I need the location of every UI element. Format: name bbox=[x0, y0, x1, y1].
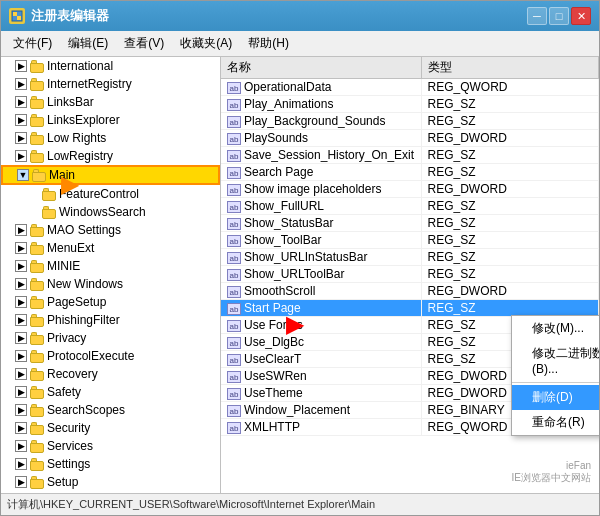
registry-value-icon: ab bbox=[227, 405, 241, 417]
tree-expand-btn[interactable]: ▶ bbox=[15, 260, 27, 272]
context-menu-item-1[interactable]: 修改二进制数据(B)... bbox=[512, 341, 599, 380]
tree-expand-btn[interactable]: ▶ bbox=[15, 458, 27, 470]
tree-expand-btn[interactable]: ▶ bbox=[15, 60, 27, 72]
context-menu[interactable]: 修改(M)...修改二进制数据(B)...删除(D)重命名(R) bbox=[511, 315, 599, 436]
tree-item[interactable]: ▶SearchScopes bbox=[1, 401, 220, 419]
tree-item[interactable]: ▶International bbox=[1, 57, 220, 75]
tree-item[interactable]: ▶MenuExt bbox=[1, 239, 220, 257]
reg-name-cell: abPlay_Animations bbox=[221, 96, 421, 113]
table-row[interactable]: abShow_URLToolBarREG_SZ bbox=[221, 266, 599, 283]
reg-name-cell: abShow_StatusBar bbox=[221, 215, 421, 232]
reg-type-cell: REG_DWORD bbox=[421, 181, 599, 198]
folder-icon bbox=[29, 476, 45, 489]
tree-item[interactable]: ▶Security bbox=[1, 419, 220, 437]
menu-item-v[interactable]: 查看(V) bbox=[116, 33, 172, 54]
tree-item[interactable]: ▶InternetRegistry bbox=[1, 75, 220, 93]
table-row[interactable]: abPlay_AnimationsREG_SZ bbox=[221, 96, 599, 113]
tree-item[interactable]: ▼Main bbox=[1, 165, 220, 185]
context-menu-item-3[interactable]: 重命名(R) bbox=[512, 410, 599, 435]
tree-item[interactable]: ▶LinksBar bbox=[1, 93, 220, 111]
table-row[interactable]: abShow image placeholdersREG_DWORD bbox=[221, 181, 599, 198]
watermark: ieFan IE浏览器中文网站 bbox=[512, 460, 591, 485]
folder-icon bbox=[31, 169, 47, 182]
left-panel[interactable]: ▶International▶InternetRegistry▶LinksBar… bbox=[1, 57, 221, 493]
tree-expand-btn[interactable]: ▶ bbox=[15, 150, 27, 162]
tree-item[interactable]: ▶MAO Settings bbox=[1, 221, 220, 239]
registry-value-icon: ab bbox=[227, 337, 241, 349]
reg-name-cell: abUse Forms bbox=[221, 317, 421, 334]
svg-rect-2 bbox=[17, 16, 21, 20]
tree-item[interactable]: ▶LowRegistry bbox=[1, 147, 220, 165]
tree-expand-btn[interactable]: ▶ bbox=[15, 422, 27, 434]
tree-item[interactable]: ▶Settings bbox=[1, 455, 220, 473]
table-row[interactable]: abPlay_Background_SoundsREG_SZ bbox=[221, 113, 599, 130]
reg-name-cell: abUse_DlgBc bbox=[221, 334, 421, 351]
right-panel[interactable]: 名称 类型 abOperationalDataREG_QWORDabPlay_A… bbox=[221, 57, 599, 493]
tree-expand-btn[interactable]: ▶ bbox=[15, 78, 27, 90]
table-row[interactable]: abStart PageREG_SZ bbox=[221, 300, 599, 317]
table-row[interactable]: abShow_StatusBarREG_SZ bbox=[221, 215, 599, 232]
tree-item[interactable]: ▶MINIE bbox=[1, 257, 220, 275]
tree-item[interactable]: ▶ProtocolExecute bbox=[1, 347, 220, 365]
tree-expand-btn[interactable]: ▶ bbox=[15, 296, 27, 308]
tree-item[interactable]: FeatureControl bbox=[1, 185, 220, 203]
tree-item[interactable]: WindowsSearch bbox=[1, 203, 220, 221]
reg-type-cell: REG_QWORD bbox=[421, 79, 599, 96]
tree-item[interactable]: ▶Low Rights bbox=[1, 129, 220, 147]
tree-expand-btn[interactable]: ▶ bbox=[15, 368, 27, 380]
tree-item[interactable]: ▶Recovery bbox=[1, 365, 220, 383]
registry-value-icon: ab bbox=[227, 269, 241, 281]
minimize-button[interactable]: ─ bbox=[527, 7, 547, 25]
table-row[interactable]: abShow_ToolBarREG_SZ bbox=[221, 232, 599, 249]
tree-expand-btn[interactable]: ▶ bbox=[15, 440, 27, 452]
table-row[interactable]: abSmoothScrollREG_DWORD bbox=[221, 283, 599, 300]
tree-label: ProtocolExecute bbox=[47, 349, 134, 363]
tree-expand-btn[interactable]: ▶ bbox=[15, 350, 27, 362]
tree-item[interactable]: ▶Setup bbox=[1, 473, 220, 491]
tree-item[interactable]: ▶PageSetup bbox=[1, 293, 220, 311]
reg-name-cell: abSmoothScroll bbox=[221, 283, 421, 300]
tree-label: Settings bbox=[47, 457, 90, 471]
table-row[interactable]: abOperationalDataREG_QWORD bbox=[221, 79, 599, 96]
table-row[interactable]: abShow_URLInStatusBarREG_SZ bbox=[221, 249, 599, 266]
tree-expand-btn[interactable]: ▶ bbox=[15, 386, 27, 398]
table-row[interactable]: abSearch PageREG_SZ bbox=[221, 164, 599, 181]
tree-item[interactable]: ▶LinksExplorer bbox=[1, 111, 220, 129]
tree-expand-btn[interactable]: ▶ bbox=[15, 132, 27, 144]
tree-item[interactable]: ▶Safety bbox=[1, 383, 220, 401]
tree-item[interactable]: ▶PhishingFilter bbox=[1, 311, 220, 329]
tree-item[interactable]: ▶Services bbox=[1, 437, 220, 455]
folder-icon bbox=[41, 188, 57, 201]
menu-item-h[interactable]: 帮助(H) bbox=[240, 33, 297, 54]
table-row[interactable]: abPlaySoundsREG_DWORD bbox=[221, 130, 599, 147]
menu-item-f[interactable]: 文件(F) bbox=[5, 33, 60, 54]
tree-item[interactable]: ▶Privacy bbox=[1, 329, 220, 347]
reg-name-cell: abSearch Page bbox=[221, 164, 421, 181]
menu-item-a[interactable]: 收藏夹(A) bbox=[172, 33, 240, 54]
folder-icon bbox=[29, 96, 45, 109]
tree-expand-btn[interactable]: ▶ bbox=[15, 476, 27, 488]
reg-name-cell: abShow_FullURL bbox=[221, 198, 421, 215]
registry-value-icon: ab bbox=[227, 354, 241, 366]
tree-expand-btn[interactable]: ▶ bbox=[15, 404, 27, 416]
tree-expand-btn[interactable]: ▶ bbox=[15, 278, 27, 290]
tree-expand-btn[interactable]: ▶ bbox=[15, 224, 27, 236]
registry-value-icon: ab bbox=[227, 371, 241, 383]
context-menu-item-2[interactable]: 删除(D) bbox=[512, 385, 599, 410]
reg-type-cell: REG_SZ bbox=[421, 113, 599, 130]
tree-expand-btn[interactable]: ▶ bbox=[15, 242, 27, 254]
table-row[interactable]: abShow_FullURLREG_SZ bbox=[221, 198, 599, 215]
tree-item[interactable]: ▶New Windows bbox=[1, 275, 220, 293]
reg-name-cell: abUseTheme bbox=[221, 385, 421, 402]
table-row[interactable]: abSave_Session_History_On_ExitREG_SZ bbox=[221, 147, 599, 164]
tree-expand-btn[interactable]: ▶ bbox=[15, 332, 27, 344]
maximize-button[interactable]: □ bbox=[549, 7, 569, 25]
context-menu-item-0[interactable]: 修改(M)... bbox=[512, 316, 599, 341]
menu-item-e[interactable]: 编辑(E) bbox=[60, 33, 116, 54]
tree-expand-btn[interactable]: ▶ bbox=[15, 314, 27, 326]
tree-expand-btn[interactable]: ▶ bbox=[15, 96, 27, 108]
tree-expand-btn[interactable]: ▼ bbox=[17, 169, 29, 181]
close-button[interactable]: ✕ bbox=[571, 7, 591, 25]
tree-expand-btn[interactable]: ▶ bbox=[15, 114, 27, 126]
tree-label: LinksBar bbox=[47, 95, 94, 109]
